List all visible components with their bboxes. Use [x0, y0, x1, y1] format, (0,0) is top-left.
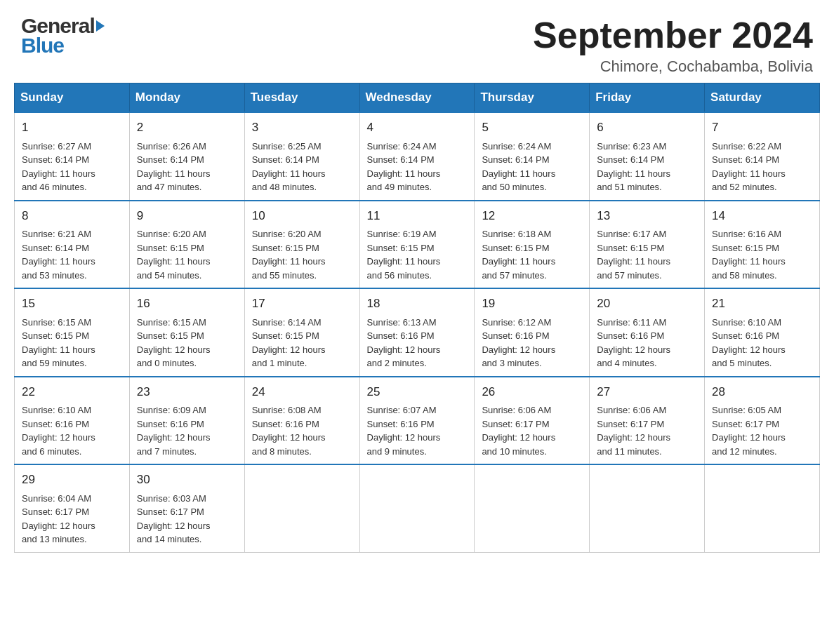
- day-info: Sunrise: 6:19 AMSunset: 6:15 PMDaylight:…: [367, 227, 468, 282]
- calendar-cell: 5Sunrise: 6:24 AMSunset: 6:14 PMDaylight…: [475, 112, 590, 201]
- day-info: Sunrise: 6:13 AMSunset: 6:16 PMDaylight:…: [367, 316, 468, 370]
- calendar-body: 1Sunrise: 6:27 AMSunset: 6:14 PMDaylight…: [15, 112, 820, 552]
- day-info: Sunrise: 6:21 AMSunset: 6:14 PMDaylight:…: [22, 227, 122, 282]
- day-info: Sunrise: 6:24 AMSunset: 6:14 PMDaylight:…: [482, 140, 582, 194]
- header-day-tuesday: Tuesday: [244, 83, 359, 113]
- day-number: 30: [137, 471, 237, 489]
- day-info: Sunrise: 6:15 AMSunset: 6:15 PMDaylight:…: [137, 316, 237, 370]
- day-info: Sunrise: 6:03 AMSunset: 6:17 PMDaylight:…: [137, 492, 237, 546]
- day-number: 26: [482, 383, 582, 401]
- day-info: Sunrise: 6:11 AMSunset: 6:16 PMDaylight:…: [597, 316, 697, 370]
- calendar-cell: 1Sunrise: 6:27 AMSunset: 6:14 PMDaylight…: [15, 112, 130, 201]
- calendar-cell: 16Sunrise: 6:15 AMSunset: 6:15 PMDayligh…: [129, 288, 244, 377]
- header-day-monday: Monday: [129, 83, 244, 113]
- day-number: 15: [22, 295, 122, 313]
- week-row-3: 15Sunrise: 6:15 AMSunset: 6:15 PMDayligh…: [15, 288, 820, 377]
- logo-arrow-icon: [96, 20, 105, 32]
- calendar-cell: 2Sunrise: 6:26 AMSunset: 6:14 PMDaylight…: [129, 112, 244, 201]
- calendar-cell: 12Sunrise: 6:18 AMSunset: 6:15 PMDayligh…: [475, 201, 590, 289]
- day-info: Sunrise: 6:10 AMSunset: 6:16 PMDaylight:…: [712, 316, 812, 370]
- week-row-4: 22Sunrise: 6:10 AMSunset: 6:16 PMDayligh…: [15, 377, 820, 465]
- calendar-cell: 23Sunrise: 6:09 AMSunset: 6:16 PMDayligh…: [129, 377, 244, 465]
- day-number: 7: [712, 119, 812, 137]
- day-number: 16: [137, 295, 237, 313]
- week-row-5: 29Sunrise: 6:04 AMSunset: 6:17 PMDayligh…: [15, 464, 820, 552]
- calendar-cell: 6Sunrise: 6:23 AMSunset: 6:14 PMDaylight…: [590, 112, 705, 201]
- calendar-cell: 10Sunrise: 6:20 AMSunset: 6:15 PMDayligh…: [244, 201, 359, 289]
- day-info: Sunrise: 6:16 AMSunset: 6:15 PMDaylight:…: [712, 227, 812, 282]
- day-number: 1: [22, 119, 122, 137]
- day-info: Sunrise: 6:20 AMSunset: 6:15 PMDaylight:…: [137, 227, 237, 282]
- day-info: Sunrise: 6:05 AMSunset: 6:17 PMDaylight:…: [712, 403, 812, 458]
- logo: General Blue: [21, 14, 105, 58]
- calendar-cell: 7Sunrise: 6:22 AMSunset: 6:14 PMDaylight…: [705, 112, 820, 201]
- day-info: Sunrise: 6:10 AMSunset: 6:16 PMDaylight:…: [22, 403, 122, 458]
- day-number: 9: [137, 207, 237, 225]
- day-info: Sunrise: 6:22 AMSunset: 6:14 PMDaylight:…: [712, 140, 812, 194]
- calendar-cell: 17Sunrise: 6:14 AMSunset: 6:15 PMDayligh…: [244, 288, 359, 377]
- day-number: 12: [482, 207, 582, 225]
- day-info: Sunrise: 6:24 AMSunset: 6:14 PMDaylight:…: [367, 140, 468, 194]
- day-number: 29: [22, 471, 122, 489]
- day-number: 19: [482, 295, 582, 313]
- logo-blue-text: Blue: [21, 34, 64, 58]
- day-number: 18: [367, 295, 468, 313]
- day-number: 21: [712, 295, 812, 313]
- day-number: 6: [597, 119, 697, 137]
- week-row-2: 8Sunrise: 6:21 AMSunset: 6:14 PMDaylight…: [15, 201, 820, 289]
- day-info: Sunrise: 6:04 AMSunset: 6:17 PMDaylight:…: [22, 492, 122, 546]
- location-subtitle: Chimore, Cochabamba, Bolivia: [533, 58, 813, 76]
- calendar-cell: 4Sunrise: 6:24 AMSunset: 6:14 PMDaylight…: [359, 112, 475, 201]
- calendar-container: SundayMondayTuesdayWednesdayThursdayFrid…: [0, 83, 834, 567]
- calendar-cell: 21Sunrise: 6:10 AMSunset: 6:16 PMDayligh…: [705, 288, 820, 377]
- calendar-cell: 18Sunrise: 6:13 AMSunset: 6:16 PMDayligh…: [359, 288, 475, 377]
- day-info: Sunrise: 6:08 AMSunset: 6:16 PMDaylight:…: [252, 403, 352, 458]
- calendar-cell: 25Sunrise: 6:07 AMSunset: 6:16 PMDayligh…: [359, 377, 475, 465]
- calendar-cell: [244, 464, 359, 552]
- calendar-cell: 29Sunrise: 6:04 AMSunset: 6:17 PMDayligh…: [15, 464, 130, 552]
- calendar-header: SundayMondayTuesdayWednesdayThursdayFrid…: [15, 83, 820, 113]
- day-info: Sunrise: 6:15 AMSunset: 6:15 PMDaylight:…: [22, 316, 122, 370]
- calendar-cell: 14Sunrise: 6:16 AMSunset: 6:15 PMDayligh…: [705, 201, 820, 289]
- day-number: 23: [137, 383, 237, 401]
- day-info: Sunrise: 6:06 AMSunset: 6:17 PMDaylight:…: [482, 403, 582, 458]
- calendar-cell: 27Sunrise: 6:06 AMSunset: 6:17 PMDayligh…: [590, 377, 705, 465]
- calendar-cell: [590, 464, 705, 552]
- page-header: General Blue September 2024 Chimore, Coc…: [0, 0, 834, 83]
- calendar-cell: 20Sunrise: 6:11 AMSunset: 6:16 PMDayligh…: [590, 288, 705, 377]
- day-number: 14: [712, 207, 812, 225]
- header-day-sunday: Sunday: [15, 83, 130, 113]
- day-number: 11: [367, 207, 468, 225]
- header-day-friday: Friday: [590, 83, 705, 113]
- day-number: 24: [252, 383, 352, 401]
- day-number: 2: [137, 119, 237, 137]
- day-info: Sunrise: 6:23 AMSunset: 6:14 PMDaylight:…: [597, 140, 697, 194]
- calendar-cell: 26Sunrise: 6:06 AMSunset: 6:17 PMDayligh…: [475, 377, 590, 465]
- month-year-title: September 2024: [533, 14, 813, 56]
- day-number: 13: [597, 207, 697, 225]
- week-row-1: 1Sunrise: 6:27 AMSunset: 6:14 PMDaylight…: [15, 112, 820, 201]
- calendar-cell: 22Sunrise: 6:10 AMSunset: 6:16 PMDayligh…: [15, 377, 130, 465]
- calendar-cell: [359, 464, 475, 552]
- calendar-cell: 15Sunrise: 6:15 AMSunset: 6:15 PMDayligh…: [15, 288, 130, 377]
- day-info: Sunrise: 6:06 AMSunset: 6:17 PMDaylight:…: [597, 403, 697, 458]
- calendar-table: SundayMondayTuesdayWednesdayThursdayFrid…: [14, 83, 820, 553]
- day-info: Sunrise: 6:07 AMSunset: 6:16 PMDaylight:…: [367, 403, 468, 458]
- day-number: 22: [22, 383, 122, 401]
- day-number: 27: [597, 383, 697, 401]
- header-day-wednesday: Wednesday: [359, 83, 475, 113]
- title-section: September 2024 Chimore, Cochabamba, Boli…: [533, 14, 813, 76]
- day-info: Sunrise: 6:14 AMSunset: 6:15 PMDaylight:…: [252, 316, 352, 370]
- calendar-cell: 28Sunrise: 6:05 AMSunset: 6:17 PMDayligh…: [705, 377, 820, 465]
- calendar-cell: 19Sunrise: 6:12 AMSunset: 6:16 PMDayligh…: [475, 288, 590, 377]
- day-number: 5: [482, 119, 582, 137]
- calendar-cell: 8Sunrise: 6:21 AMSunset: 6:14 PMDaylight…: [15, 201, 130, 289]
- day-number: 28: [712, 383, 812, 401]
- day-info: Sunrise: 6:12 AMSunset: 6:16 PMDaylight:…: [482, 316, 582, 370]
- day-info: Sunrise: 6:18 AMSunset: 6:15 PMDaylight:…: [482, 227, 582, 282]
- calendar-cell: [705, 464, 820, 552]
- day-number: 17: [252, 295, 352, 313]
- day-number: 20: [597, 295, 697, 313]
- header-day-saturday: Saturday: [705, 83, 820, 113]
- header-day-thursday: Thursday: [475, 83, 590, 113]
